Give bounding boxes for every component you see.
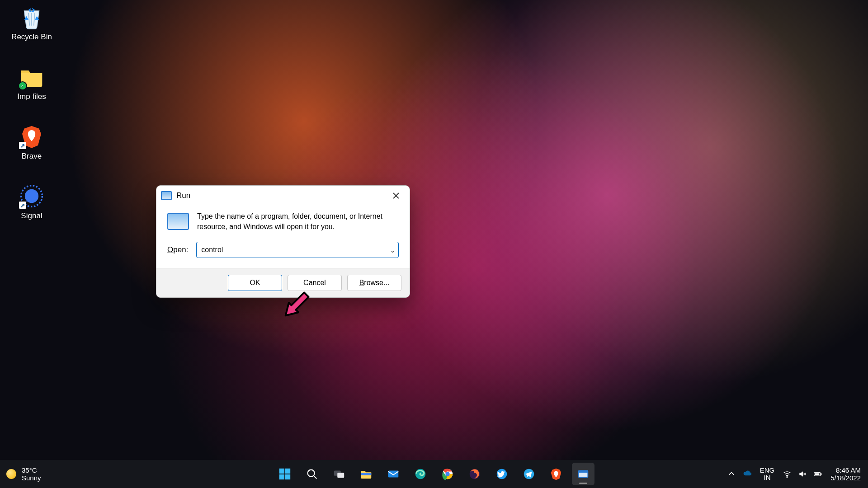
edge-icon (414, 467, 427, 481)
volume-muted-icon (798, 469, 807, 479)
chrome-icon (441, 467, 454, 481)
open-input[interactable] (197, 246, 387, 254)
close-button[interactable] (387, 189, 405, 202)
brave-icon: ↗ (19, 124, 44, 149)
taskbar-app-brave[interactable] (545, 463, 567, 485)
taskbar-app-explorer[interactable] (355, 463, 377, 485)
svg-rect-2 (279, 469, 284, 474)
lang-top: ENG (760, 467, 775, 474)
svg-rect-8 (337, 473, 344, 478)
shortcut-arrow-icon: ↗ (19, 202, 26, 209)
twitter-icon (495, 467, 509, 481)
run-titlebar[interactable]: Run (156, 186, 410, 206)
svg-rect-21 (821, 473, 822, 475)
taskbar-app-edge[interactable] (409, 463, 432, 485)
ok-button[interactable]: OK (228, 275, 282, 291)
run-app-icon (576, 467, 590, 481)
svg-rect-9 (361, 473, 372, 475)
telegram-icon (522, 467, 536, 481)
weather-sun-icon (6, 469, 16, 479)
weather-temp: 35°C (22, 466, 41, 474)
onedrive-tray-icon[interactable] (743, 469, 752, 479)
language-button[interactable]: ENG IN (760, 467, 775, 482)
taskbar-app-mail[interactable] (382, 463, 405, 485)
chevron-down-icon[interactable]: ⌄ (387, 246, 398, 254)
taskbar-app-firefox[interactable] (463, 463, 486, 485)
cloud-icon (743, 469, 752, 478)
taskbar-app-twitter[interactable] (491, 463, 513, 485)
task-view-icon (332, 467, 346, 481)
desktop-icon-recycle-bin[interactable]: Recycle Bin (7, 5, 57, 42)
lang-bottom: IN (760, 474, 775, 482)
clock-time: 8:46 AM (830, 466, 861, 474)
svg-rect-10 (388, 471, 399, 478)
svg-rect-3 (285, 469, 290, 474)
run-titlebar-icon (161, 191, 172, 200)
weather-desc: Sunny (22, 474, 41, 482)
weather-widget[interactable]: 35°C Sunny (6, 466, 41, 482)
system-tray: ENG IN 8:46 AM 5/18/2022 (728, 466, 861, 482)
task-view-button[interactable] (328, 463, 350, 485)
shortcut-arrow-icon: ↗ (19, 142, 26, 149)
signal-icon: ↗ (19, 183, 44, 209)
svg-point-13 (445, 472, 449, 476)
desktop-icon-label: Brave (22, 152, 42, 161)
clock-date: 5/18/2022 (830, 474, 861, 482)
brave-icon (549, 467, 563, 481)
folder-icon (19, 64, 44, 89)
open-combobox[interactable]: ⌄ (196, 242, 399, 258)
start-button[interactable] (274, 463, 296, 485)
search-button[interactable] (301, 463, 323, 485)
svg-rect-4 (279, 474, 284, 479)
desktop[interactable]: Recycle Bin Imp files ↗ Brave ↗ Signal (0, 0, 868, 488)
run-title-text: Run (176, 191, 190, 200)
taskbar-app-chrome[interactable] (436, 463, 459, 485)
run-description: Type the name of a program, folder, docu… (197, 211, 399, 232)
desktop-icon-brave[interactable]: ↗ Brave (7, 124, 57, 161)
close-icon (393, 192, 399, 199)
svg-rect-5 (285, 474, 290, 479)
browse-button[interactable]: Browse... (347, 275, 401, 291)
desktop-icon-label: Imp files (17, 92, 46, 101)
recycle-bin-icon (19, 5, 44, 30)
network-sound-battery[interactable] (783, 469, 822, 479)
search-icon (305, 467, 319, 481)
firefox-icon (468, 467, 481, 481)
wifi-icon (783, 469, 792, 479)
svg-point-19 (787, 477, 788, 478)
run-dialog: Run Type the name of a program, folder, … (156, 185, 410, 298)
taskbar-app-run[interactable] (572, 463, 594, 485)
desktop-icon-signal[interactable]: ↗ Signal (7, 183, 57, 221)
svg-point-6 (308, 470, 315, 477)
cancel-button[interactable]: Cancel (288, 275, 342, 291)
clock-button[interactable]: 8:46 AM 5/18/2022 (830, 466, 861, 482)
run-body-icon (167, 213, 189, 230)
taskbar-app-telegram[interactable] (518, 463, 540, 485)
chevron-up-icon (728, 470, 735, 477)
taskbar-center (274, 463, 594, 485)
taskbar: 35°C Sunny (0, 460, 868, 488)
desktop-icon-label: Signal (21, 211, 42, 221)
sync-badge-icon (18, 81, 27, 90)
svg-rect-18 (579, 471, 588, 473)
desktop-icon-folder[interactable]: Imp files (7, 64, 57, 101)
file-explorer-icon (359, 467, 373, 481)
mail-icon (387, 467, 400, 481)
windows-logo-icon (278, 467, 292, 481)
battery-icon (813, 469, 822, 479)
tray-overflow-button[interactable] (728, 470, 735, 478)
svg-rect-22 (815, 473, 820, 475)
desktop-icon-label: Recycle Bin (11, 33, 52, 42)
open-label: Open: (167, 245, 188, 254)
